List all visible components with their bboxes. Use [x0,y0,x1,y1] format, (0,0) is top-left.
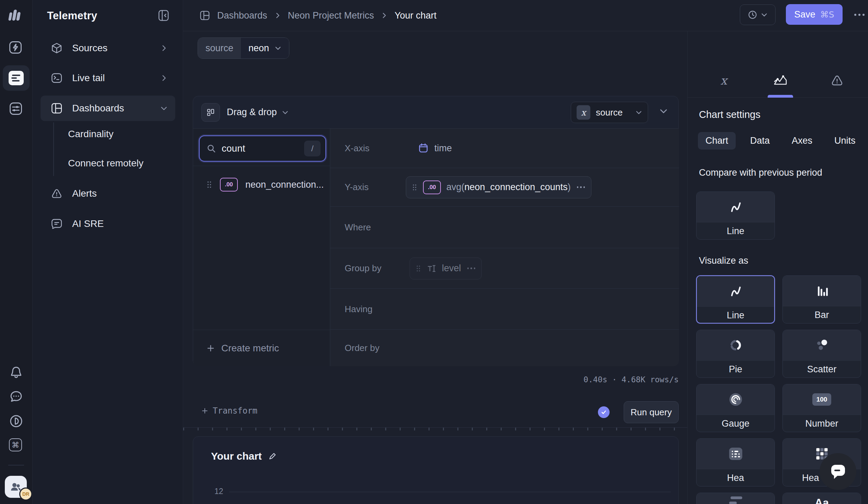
x-variable-badge: x [577,105,590,120]
rail-divider [8,465,24,465]
save-button[interactable]: Save ⌘S [786,4,843,25]
breadcrumb-dashboard-name[interactable]: Neon Project Metrics [288,10,374,21]
sidebar-item-alerts[interactable]: Alerts [41,181,175,206]
tab-chart-settings[interactable] [765,69,796,92]
drag-handle-icon[interactable] [412,184,417,191]
viz-card-scatter[interactable]: Scatter [783,330,861,378]
breadcrumb: Dashboards Neon Project Metrics Your cha… [199,10,436,21]
where-row[interactable]: Where [330,207,679,248]
feedback-chat-icon[interactable] [9,390,23,404]
subtab-axes[interactable]: Axes [784,132,820,150]
sidebar-item-dashboards[interactable]: Dashboards [41,95,175,121]
sidebar-item-label: AI SRE [72,218,104,229]
x-axis-value: time [434,143,452,154]
activity-icon[interactable] [9,41,22,54]
subtab-units[interactable]: Units [827,132,863,150]
metric-search-input[interactable] [221,143,304,154]
viz-card-label: Line [697,306,774,323]
chip-menu-icon[interactable] [467,267,476,269]
collapse-builder-icon[interactable] [659,106,668,115]
having-row[interactable]: Having [330,289,679,330]
compare-line-card[interactable]: Line [696,192,775,240]
chevron-down-icon[interactable] [282,109,289,116]
sidebar-item-connect-remotely[interactable]: Connect remotely [68,151,175,176]
ai-chat-bubble-icon [51,218,63,230]
y-axis-row[interactable]: Y-axis .00 avg(neon_connection_counts) [330,168,679,207]
viz-card-statistic[interactable] [696,493,775,504]
sliders-icon[interactable] [9,102,23,115]
sidebar-item-ai-sre[interactable]: AI SRE [41,211,175,237]
sidebar-item-cardinality[interactable]: Cardinality [68,121,175,147]
command-menu-icon[interactable]: ⌘ [9,438,22,451]
group-by-value: level [442,263,461,274]
y-axis-label: Y-axis [345,182,400,193]
text-type-icon [427,264,436,273]
drag-handle-icon[interactable] [207,181,212,188]
group-by-row[interactable]: Group by level [330,248,679,289]
viz-card-label: Hea [696,469,775,486]
group-by-label: Group by [345,263,400,274]
time-range-button[interactable] [740,4,776,25]
builder-mode-label[interactable]: Drag & drop [227,107,277,117]
add-transform-button[interactable]: Transform [201,406,257,416]
subtab-data[interactable]: Data [743,132,777,150]
tab-variables[interactable]: x [708,69,739,92]
metric-search[interactable]: / [199,135,326,162]
run-query-button[interactable]: Run query [624,401,679,423]
collapse-sidebar-icon[interactable] [157,9,170,22]
pie-chart-icon [729,338,743,352]
create-metric-button[interactable]: Create metric [193,330,330,366]
having-label: Having [345,304,400,315]
plus-icon [206,344,215,353]
metric-list-item[interactable]: .00 neon_connection... [193,173,330,196]
sidebar-subitem-label: Connect remotely [68,158,143,169]
where-label: Where [345,222,400,233]
drag-handle-icon[interactable] [416,265,421,272]
query-builder-rail-item[interactable] [3,65,30,91]
viz-card-line[interactable]: Line [696,275,775,323]
visualize-heading: Visualize as [699,255,748,266]
sidebar-item-sources[interactable]: Sources [41,35,175,61]
viz-card-bar[interactable]: Bar [783,275,861,323]
topbar: Dashboards Neon Project Metrics Your cha… [183,0,868,31]
group-by-chip[interactable]: level [410,257,482,279]
viz-card-pie[interactable]: Pie [696,330,775,378]
transform-label: Transform [213,406,257,416]
aggregation-fn: avg( [446,182,465,193]
edit-pencil-icon[interactable] [268,452,277,461]
theme-contrast-icon[interactable] [9,414,23,428]
query-stats: 0.40s · 4.68K rows/s [583,375,679,384]
chip-menu-icon[interactable] [577,186,585,188]
order-by-row[interactable]: Order by [330,330,679,366]
save-button-label: Save [794,9,815,20]
viz-card-label: Scatter [783,360,861,378]
app-title: Telemetry [47,10,97,22]
chevron-down-icon [160,104,168,112]
compare-heading: Compare with previous period [699,167,822,178]
viz-card-table[interactable]: Hea [696,438,775,486]
axiom-logo-icon[interactable] [7,7,24,23]
notifications-bell-icon[interactable] [9,365,23,380]
chevron-down-icon [275,45,281,52]
sidebar-item-live-tail[interactable]: Live tail [41,65,175,91]
subtab-chart[interactable]: Chart [698,132,736,150]
user-initials-badge[interactable]: DR [19,487,32,501]
x-variable-icon: x [720,74,727,87]
viz-card-number[interactable]: 100 Number [783,384,861,432]
more-options-icon[interactable] [851,10,868,19]
viz-card-label: Number [783,415,861,432]
chevron-right-icon [381,12,388,19]
source-filter[interactable]: source neon [198,38,289,59]
viz-card-text[interactable]: Aa [783,493,861,504]
chevron-down-icon [761,11,768,18]
y-axis-chip[interactable]: .00 avg(neon_connection_counts) [406,176,591,198]
x-axis-row[interactable]: X-axis time [330,128,679,168]
support-chat-button[interactable] [819,453,856,490]
speech-bubble-icon [828,462,848,481]
viz-card-gauge[interactable]: Gauge [696,384,775,432]
breadcrumb-dashboards[interactable]: Dashboards [217,10,267,21]
settings-subtabs: Chart Data Axes Units [698,132,863,150]
group-by-field-pill[interactable]: x source [571,102,648,123]
tab-warnings[interactable] [822,69,852,92]
dashboard-grid-icon [199,10,210,21]
